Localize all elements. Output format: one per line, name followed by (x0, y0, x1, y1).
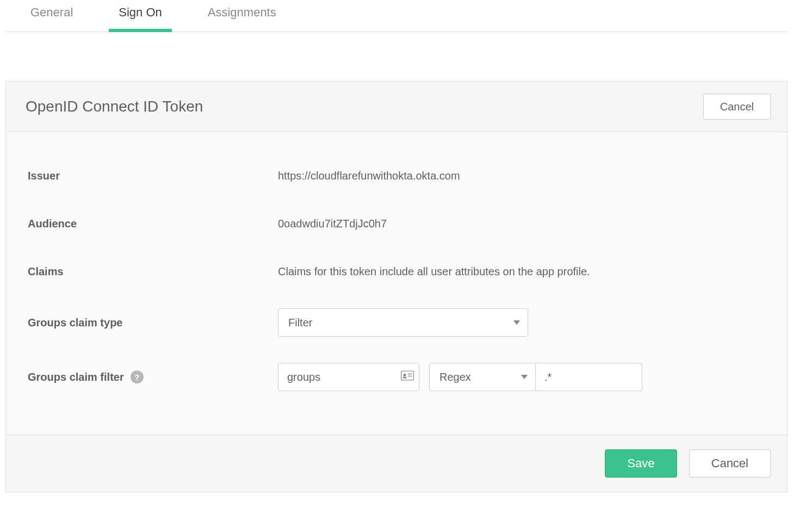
groups-claim-filter-label: Groups claim filter (28, 371, 124, 383)
tab-general[interactable]: General (21, 0, 83, 32)
groups-claim-type-value: Filter (288, 317, 312, 329)
groups-claim-value-input[interactable] (536, 363, 642, 391)
claims-label: Claims (28, 265, 278, 278)
save-button[interactable]: Save (605, 449, 677, 478)
cancel-button-bottom[interactable]: Cancel (689, 449, 771, 478)
panel-footer: Save Cancel (6, 435, 787, 492)
help-icon[interactable]: ? (131, 370, 144, 383)
issuer-label: Issuer (28, 170, 278, 182)
id-card-icon (401, 371, 414, 383)
chevron-down-icon (521, 375, 528, 379)
tabs-bar: General Sign On Assignments (5, 0, 788, 32)
issuer-value: https://cloudflarefunwithokta.okta.com (278, 170, 765, 182)
audience-label: Audience (28, 218, 278, 230)
groups-claim-match-select[interactable]: Regex (429, 363, 536, 391)
groups-claim-type-label: Groups claim type (28, 317, 278, 329)
audience-value: 0oadwdiu7itZTdjJc0h7 (278, 218, 765, 230)
claims-value: Claims for this token include all user a… (278, 265, 765, 278)
svg-rect-0 (401, 371, 414, 380)
tab-assignments[interactable]: Assignments (198, 0, 286, 32)
panel-header: OpenID Connect ID Token Cancel (6, 82, 787, 132)
chevron-down-icon (513, 320, 520, 325)
oidc-token-panel: OpenID Connect ID Token Cancel Issuer ht… (5, 81, 788, 492)
panel-body: Issuer https://cloudflarefunwithokta.okt… (6, 132, 787, 435)
svg-point-1 (404, 374, 406, 376)
panel-title: OpenID Connect ID Token (26, 98, 203, 115)
groups-claim-name-input[interactable] (278, 363, 419, 391)
tab-sign-on[interactable]: Sign On (109, 0, 172, 32)
groups-claim-match-value: Regex (439, 371, 471, 383)
groups-claim-type-select[interactable]: Filter (278, 308, 528, 337)
cancel-button-top[interactable]: Cancel (703, 94, 771, 120)
